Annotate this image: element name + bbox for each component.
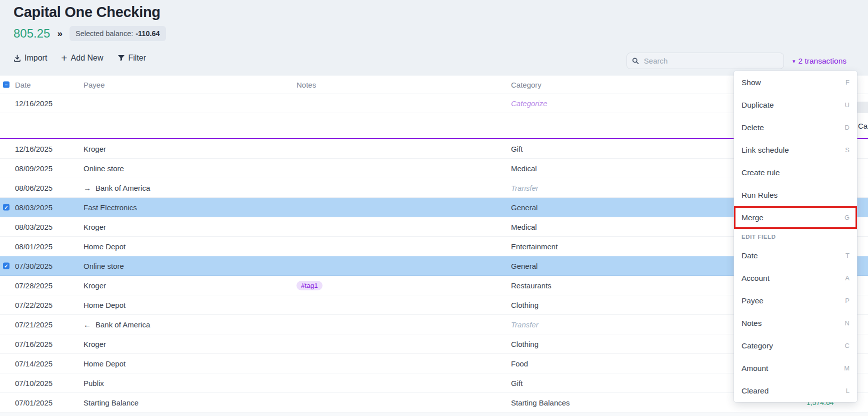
note-tag: #tag1 <box>296 281 322 290</box>
context-menu-item[interactable]: Create rule <box>734 161 857 184</box>
transaction-category: General <box>511 198 538 217</box>
transaction-payee: ← Bank of America <box>84 315 150 334</box>
transaction-date: 07/16/2025 <box>15 334 52 353</box>
transaction-payee: Kroger <box>84 334 106 353</box>
payee-name: Kroger <box>84 223 106 231</box>
column-header-category: Category <box>511 76 542 94</box>
transaction-category: Gift <box>511 373 522 392</box>
import-icon <box>14 55 21 62</box>
transaction-date: 07/14/2025 <box>15 354 52 373</box>
menu-item-label: Merge <box>742 213 764 222</box>
toolbar: Import + Add New Filter <box>14 49 146 67</box>
transaction-category: Entertainment <box>511 237 558 256</box>
add-new-label: Add New <box>71 54 104 63</box>
context-menu-item[interactable]: Cleared L <box>734 379 857 402</box>
account-balance: 805.25 <box>14 27 50 41</box>
transaction-date: 07/01/2025 <box>15 393 52 412</box>
context-menu-item[interactable]: Merge G <box>734 206 857 229</box>
transaction-payee: Kroger <box>84 276 106 295</box>
context-menu-item[interactable]: Show F <box>734 71 857 94</box>
transaction-date: 12/16/2025 <box>15 139 52 158</box>
filter-button[interactable]: Filter <box>118 54 146 63</box>
transaction-payee: Kroger <box>84 139 106 158</box>
plus-icon: + <box>61 53 67 63</box>
import-button[interactable]: Import <box>14 54 47 63</box>
payee-name: Home Depot <box>84 359 126 368</box>
categorize-placeholder[interactable]: Categorize <box>511 94 548 113</box>
menu-item-label: Account <box>742 274 770 283</box>
balance-row: 805.25 » Selected balance: -110.64 <box>14 26 166 42</box>
payee-name: Home Depot <box>84 301 126 309</box>
transaction-payee: Starting Balance <box>84 393 138 412</box>
search-input[interactable] <box>643 56 778 66</box>
menu-item-shortcut: U <box>845 101 850 109</box>
menu-item-shortcut: L <box>846 387 850 394</box>
menu-item-label: Date <box>742 251 758 260</box>
transaction-payee: Publix <box>84 373 104 392</box>
menu-item-label: Run Rules <box>742 191 778 200</box>
transaction-category: Starting Balances <box>511 393 570 412</box>
context-menu-item[interactable]: Category C <box>734 334 857 357</box>
payee-name: Publix <box>84 379 104 387</box>
payee-name: Kroger <box>84 340 106 348</box>
transactions-count-dropdown[interactable]: ▾ 2 transactions <box>792 55 846 67</box>
transaction-payee: Online store <box>84 159 124 178</box>
payee-name: Fast Electronics <box>84 203 137 212</box>
selected-balance-pill: Selected balance: -110.64 <box>70 26 166 41</box>
transaction-category: Clothing <box>511 334 538 353</box>
payee-name: Home Depot <box>84 242 126 251</box>
transaction-category: Food <box>511 354 528 373</box>
transaction-date: 07/10/2025 <box>15 373 52 392</box>
transaction-payee: Online store <box>84 256 124 275</box>
select-all-checkbox[interactable]: – <box>3 82 10 88</box>
context-menu-item[interactable]: Duplicate U <box>734 94 857 116</box>
context-menu-edit-fields: Date T Account A Payee P Notes N Categor… <box>734 244 857 402</box>
context-menu-item[interactable]: Account A <box>734 267 857 289</box>
transaction-context-menu: Show F Duplicate U Delete D Link schedul… <box>734 71 857 402</box>
row-checkbox[interactable]: ✓ <box>3 263 10 269</box>
cancel-button[interactable]: Cancel <box>858 122 868 130</box>
search-icon <box>632 57 639 65</box>
context-menu-item[interactable]: Link schedule S <box>734 139 857 161</box>
menu-item-shortcut: D <box>845 124 850 131</box>
transactions-count-label: 2 transactions <box>798 57 847 66</box>
transaction-date: 12/16/2025 <box>15 94 52 113</box>
column-header-notes: Notes <box>296 76 316 94</box>
edit-field-section-label: EDIT FIELD <box>734 229 857 244</box>
transaction-date: 08/06/2025 <box>15 178 52 197</box>
menu-item-shortcut: T <box>846 252 850 259</box>
transaction-payee: → Bank of America <box>84 178 150 197</box>
transaction-category: Clothing <box>511 295 538 314</box>
context-menu-item[interactable]: Date T <box>734 244 857 267</box>
menu-item-shortcut: F <box>846 79 850 86</box>
context-menu-item[interactable]: Delete D <box>734 116 857 139</box>
add-new-button[interactable]: + Add New <box>61 54 103 63</box>
context-menu-item[interactable]: Payee P <box>734 289 857 312</box>
transaction-category: Restaurants <box>511 276 552 295</box>
chevron-down-icon: ▾ <box>792 58 796 65</box>
add-button-sliver[interactable] <box>856 102 868 113</box>
menu-item-label: Category <box>742 341 773 350</box>
menu-item-label: Amount <box>742 364 768 373</box>
table-bottom-band <box>0 412 868 416</box>
menu-item-label: Notes <box>742 319 762 328</box>
menu-item-shortcut: G <box>844 214 850 221</box>
menu-item-label: Create rule <box>742 168 780 177</box>
context-menu-item[interactable]: Run Rules <box>734 184 857 206</box>
expand-balances-icon[interactable]: » <box>57 28 62 39</box>
search-box[interactable] <box>626 53 784 69</box>
transaction-payee: Fast Electronics <box>84 198 137 217</box>
payee-name: Bank of America <box>96 184 150 192</box>
context-menu-actions: Show F Duplicate U Delete D Link schedul… <box>734 71 857 229</box>
import-label: Import <box>24 54 47 63</box>
menu-item-label: Link schedule <box>742 146 789 155</box>
transfer-arrow-icon: ← <box>84 320 91 329</box>
row-checkbox[interactable]: ✓ <box>3 204 10 211</box>
payee-name: Online store <box>84 164 124 173</box>
transaction-payee: Kroger <box>84 217 106 236</box>
context-menu-item[interactable]: Notes N <box>734 312 857 334</box>
payee-name: Bank of America <box>96 320 150 329</box>
selected-balance-value: -110.64 <box>136 30 160 38</box>
context-menu-item[interactable]: Amount M <box>734 357 857 379</box>
transaction-payee: Home Depot <box>84 354 126 373</box>
